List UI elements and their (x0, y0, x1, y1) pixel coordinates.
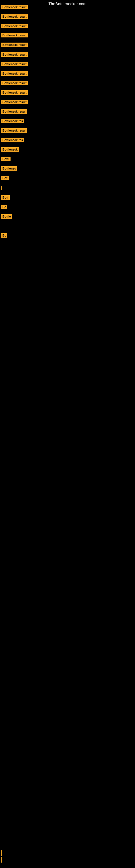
bottleneck-result-badge-21: Bottle (1, 214, 12, 220)
bottleneck-result-badge-20: Bo (1, 205, 7, 210)
bottleneck-result-badge-16: Bottl (1, 157, 10, 162)
bottleneck-result-badge-19: Bott (1, 195, 10, 201)
bottleneck-result-badge-12: Bottleneck res (1, 119, 24, 124)
vertical-line-1 (1, 850, 2, 856)
bottleneck-result-badge-6: Bottleneck result (1, 62, 28, 67)
bottleneck-result-badge-0: Bottleneck result (1, 5, 28, 10)
bottleneck-result-badge-8: Bottleneck result (1, 81, 28, 86)
badge-text: Bottleneck result (1, 100, 28, 104)
bottleneck-result-badge-13: Bottleneck resul (1, 128, 27, 134)
bottleneck-result-badge-2: Bottleneck result (1, 24, 28, 29)
badge-text: Bottleneck result (1, 81, 28, 85)
bottleneck-result-badge-1: Bottleneck result (1, 14, 28, 20)
bottleneck-result-badge-17: Bottlenec (1, 166, 17, 172)
badge-text: Bottl (1, 157, 10, 161)
badge-text: Bottleneck res (1, 119, 24, 123)
badge-text: Bottleneck result (1, 14, 28, 19)
badge-text: Bott (1, 195, 10, 199)
bottleneck-result-badge-9: Bottleneck result (1, 90, 28, 96)
bottleneck-result-badge-15: Bottleneck (1, 147, 19, 153)
bottleneck-result-badge-10: Bottleneck result (1, 100, 28, 105)
vertical-line-0 (1, 186, 2, 190)
badge-text: Bottleneck result (1, 52, 28, 57)
badge-text: Bottlenec (1, 166, 17, 170)
badge-text: Bottleneck (1, 147, 19, 152)
badge-text: Bottle (1, 214, 12, 219)
bottleneck-result-badge-22: Bo (1, 233, 7, 239)
bottleneck-result-badge-3: Bottleneck result (1, 33, 28, 38)
bottleneck-result-badge-4: Bottleneck result (1, 42, 28, 48)
badge-text: Bottleneck result (1, 24, 28, 28)
badge-text: Bottleneck result (1, 90, 28, 95)
badge-text: Bottleneck res (1, 138, 24, 142)
badge-text: Bot (1, 176, 9, 180)
badge-text: Bottleneck result (1, 42, 28, 47)
badge-text: Bottleneck result (1, 5, 28, 9)
bottleneck-result-badge-11: Bottleneck resul (1, 109, 27, 115)
bottleneck-result-badge-18: Bot (1, 176, 9, 181)
vertical-line-2 (1, 857, 2, 863)
badge-text: Bottleneck resul (1, 109, 27, 114)
badge-text: Bottleneck result (1, 71, 28, 76)
badge-text: Bo (1, 205, 7, 209)
bottleneck-result-badge-7: Bottleneck result (1, 71, 28, 77)
badge-text: Bottleneck resul (1, 128, 27, 133)
bottleneck-result-badge-5: Bottleneck result (1, 52, 28, 58)
badge-text: Bottleneck result (1, 33, 28, 37)
bottleneck-result-badge-14: Bottleneck res (1, 138, 24, 143)
badge-text: Bo (1, 233, 7, 238)
badge-text: Bottleneck result (1, 62, 28, 66)
